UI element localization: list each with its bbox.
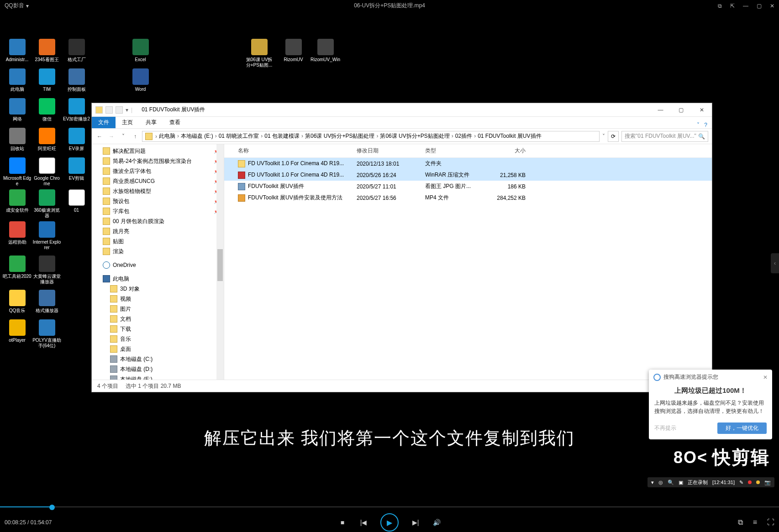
nav-pc-item[interactable]: 图片 (92, 304, 224, 314)
chevron-right-icon[interactable]: › (155, 133, 157, 140)
explorer-nav-pane[interactable]: 解决配置问题📌简易-24个案例态范围极光渲染台📌微波全店字体包📌商业质感CUNC… (92, 144, 224, 380)
progress-thumb[interactable] (49, 505, 55, 510)
qat-button[interactable] (116, 106, 123, 114)
desktop-icon[interactable]: Administr... (2, 39, 32, 63)
desktop-icon[interactable]: RizomUV (279, 39, 308, 63)
record-dot-icon[interactable] (748, 480, 752, 484)
desktop-icon[interactable]: 第06课 UV拆分+PS贴图... (244, 39, 274, 68)
minimize-button[interactable]: — (650, 104, 671, 116)
camera2-icon[interactable]: 📷 (764, 480, 771, 485)
desktop-icon[interactable]: 远程协助 (2, 221, 32, 245)
qat-button[interactable] (105, 106, 113, 114)
nav-item[interactable]: 微波全店字体包📌 (92, 166, 224, 176)
breadcrumb-seg[interactable]: 第06课 UV拆分+PS贴图处理 (305, 132, 380, 140)
search-icon[interactable]: 🔍 (668, 480, 674, 485)
desktop-icon[interactable]: Internet Explorer (32, 221, 62, 250)
nav-pc-item[interactable]: 本地磁盘 (E:) (92, 374, 224, 380)
desktop-icon[interactable]: Microsoft Edge (2, 157, 32, 187)
desktop-icon[interactable]: 吧工具箱2020 (2, 256, 32, 279)
pip-icon[interactable]: ⧉ (718, 3, 722, 9)
next-button[interactable]: ▶| (411, 518, 420, 527)
progress-bar[interactable] (0, 506, 779, 508)
close-button[interactable]: ✕ (691, 104, 712, 116)
ribbon-tab-home[interactable]: 主页 (116, 117, 139, 128)
nav-up-button[interactable]: ↑ (131, 133, 139, 140)
breadcrumb-seg[interactable]: 01 胡晓波工作室 (219, 132, 265, 140)
chevron-down-icon[interactable]: ▾ (126, 107, 128, 113)
refresh-button[interactable]: ⟳ (608, 131, 619, 142)
nav-pc-item[interactable]: 桌面 (92, 344, 224, 354)
desktop-icon[interactable]: POLYV直播助手(64位) (32, 319, 62, 349)
desktop-icon[interactable]: 2345看图王 (32, 39, 62, 63)
desktop-icon[interactable]: 控制面板 (62, 68, 91, 92)
desktop-icon[interactable]: 成安全软件 (2, 189, 32, 213)
nav-item[interactable]: 贴图 (92, 236, 224, 246)
nav-back-button[interactable]: ← (95, 133, 104, 140)
play-button[interactable]: ▶ (380, 513, 399, 532)
volume-button[interactable]: 🔊 (432, 518, 441, 527)
desktop-icon[interactable]: 此电脑 (2, 68, 32, 92)
desktop-icon[interactable]: 大黄蜂云课堂播放器 (32, 256, 62, 285)
nav-item[interactable]: 渲染 (92, 246, 224, 256)
chevron-down-icon[interactable]: ▾ (651, 480, 654, 485)
playlist-button[interactable]: ≡ (753, 518, 757, 527)
explorer-titlebar[interactable]: ▾ | 01 FDUVToolkit 展UV插件 — ▢ ✕ (92, 103, 712, 117)
nav-pc-item[interactable]: 3D 对象 (92, 284, 224, 294)
desktop-icon[interactable]: 01 (62, 189, 91, 213)
nav-item[interactable]: 跳月亮 (92, 226, 224, 236)
nav-pc-item[interactable]: 文档 (92, 314, 224, 324)
nav-item[interactable]: 字库包📌 (92, 206, 224, 216)
popup-no-remind[interactable]: 不再提示 (654, 424, 676, 432)
breadcrumb-seg[interactable]: 01 FDUVToolkit 展UV插件 (478, 132, 545, 140)
screenshot-button[interactable]: ⧉ (738, 518, 743, 527)
search-input[interactable]: 搜索"01 FDUVToolkit 展UV..." 🔍 (621, 131, 708, 142)
desktop-icon[interactable]: EV录屏 (62, 128, 91, 151)
scrollbar-thumb[interactable] (217, 249, 223, 281)
desktop-icon[interactable]: Google Chrome (32, 157, 62, 187)
file-row[interactable]: FD UVToolkit 1.0 For Cinema 4D R19...202… (224, 158, 712, 170)
recording-toolbar[interactable]: ▾ ◎ 🔍 ▣ 正在录制 [12:41:31] ✎ 📷 (647, 477, 774, 487)
desktop-icon[interactable]: 微信 (32, 98, 62, 122)
nav-onedrive[interactable]: OneDrive (92, 260, 224, 270)
col-size[interactable]: 大小 (484, 144, 530, 158)
breadcrumb-seg[interactable]: 01 包装建模课 (264, 132, 305, 140)
file-row[interactable]: FDUVToolkit 展UV插件2020/5/27 11:01看图王 JPG … (224, 181, 712, 192)
nav-pc-item[interactable]: 视频 (92, 294, 224, 304)
maximize-button[interactable]: ▢ (671, 104, 691, 116)
desktop-icon[interactable]: EV加密播放2 (62, 98, 91, 122)
help-icon[interactable]: ? (704, 122, 707, 128)
desktop-icon[interactable]: Excel (126, 39, 155, 63)
nav-item[interactable]: 解决配置问题📌 (92, 146, 224, 156)
nav-thispc[interactable]: 此电脑 (92, 274, 224, 284)
breadcrumb-seg[interactable]: 本地磁盘 (E:) (181, 132, 219, 140)
breadcrumb[interactable]: › 此电脑 本地磁盘 (E:) 01 胡晓波工作室 01 包装建模课 第06课 … (142, 131, 600, 142)
close-icon[interactable]: ✕ (763, 374, 768, 381)
breadcrumb-seg[interactable]: 此电脑 (159, 132, 181, 140)
ribbon-tab-file[interactable]: 文件 (92, 117, 116, 128)
pin-icon[interactable]: ⇱ (730, 3, 735, 9)
desktop-icon[interactable]: 格式工厂 (62, 39, 91, 63)
col-name[interactable]: 名称 (233, 144, 352, 158)
target-icon[interactable]: ◎ (658, 480, 663, 485)
close-button[interactable]: ✕ (770, 3, 774, 9)
chevron-down-icon[interactable]: ˅ (602, 133, 605, 140)
file-row[interactable]: FD UVToolkit 1.0 For Cinema 4D R19...202… (224, 169, 712, 181)
ribbon-expand-icon[interactable]: ˅ (697, 122, 700, 128)
popup-optimize-button[interactable]: 好，一键优化 (717, 422, 767, 434)
nav-forward-button[interactable]: → (107, 133, 116, 140)
app-name[interactable]: QQ影音 ▾ (5, 2, 96, 10)
desktop-icon[interactable]: EV剪辑 (62, 157, 91, 181)
desktop-icon[interactable]: 360极速浏览器 (32, 189, 62, 219)
ribbon-tab-share[interactable]: 共享 (139, 117, 163, 128)
minimize-button[interactable]: — (743, 3, 748, 9)
camera-icon[interactable]: ▣ (679, 480, 683, 485)
file-row[interactable]: FDUVToolkit 展UV插件安装及使用方法2020/5/27 16:56M… (224, 192, 712, 203)
nav-scrollbar[interactable] (216, 144, 224, 380)
desktop-icon[interactable]: 阿里旺旺 (32, 128, 62, 151)
nav-item[interactable]: 00 月饼包装白膜渲染 (92, 216, 224, 226)
nav-pc-item[interactable]: 本地磁盘 (D:) (92, 364, 224, 374)
nav-pc-item[interactable]: 音乐 (92, 334, 224, 344)
nav-item[interactable]: 商业质感CUNCG📌 (92, 176, 224, 186)
breadcrumb-seg[interactable]: 02插件 (455, 132, 478, 140)
edit-icon[interactable]: ✎ (739, 480, 743, 485)
